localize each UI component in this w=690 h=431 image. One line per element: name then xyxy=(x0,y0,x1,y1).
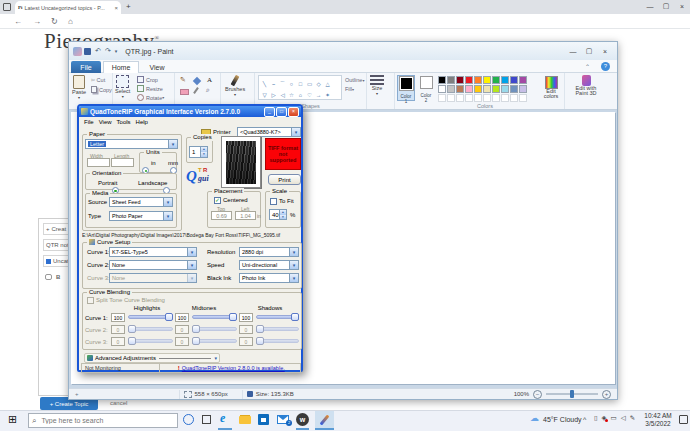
curve2-select[interactable]: None▾ xyxy=(109,260,197,270)
palette-swatch[interactable] xyxy=(438,76,446,84)
browser-tab[interactable]: Pi Latest Uncategorized topics - P... × xyxy=(15,1,121,14)
security-icon[interactable]: ◈ xyxy=(602,414,607,422)
speed-select[interactable]: Uni-directional▾ xyxy=(239,260,299,270)
shape-icon[interactable]: ♡ xyxy=(305,92,314,99)
zoom-in-button[interactable]: + xyxy=(602,390,611,399)
search-input[interactable] xyxy=(39,416,163,425)
qtr-menu-view[interactable]: View xyxy=(99,119,112,125)
picker-tool-icon[interactable] xyxy=(193,87,199,94)
qtr-app-taskbar-button[interactable] xyxy=(315,411,334,429)
copy-button[interactable]: Copy xyxy=(91,86,112,93)
palette-swatch[interactable] xyxy=(492,76,500,84)
shape-icon[interactable]: ◁ xyxy=(278,92,287,99)
source-select[interactable]: Sheet Feed▾ xyxy=(109,197,173,207)
qtr-menu-tools[interactable]: Tools xyxy=(117,119,131,125)
qtr-minimize-button[interactable]: _ xyxy=(264,107,275,117)
undo-icon[interactable]: ↶ xyxy=(95,47,101,55)
shape-icon[interactable]: ⌒ xyxy=(278,81,287,88)
top-field[interactable]: 0.69 xyxy=(211,211,232,220)
volume-icon[interactable]: ◁ xyxy=(621,414,626,422)
bold-button[interactable]: B xyxy=(56,274,60,280)
palette-swatch[interactable] xyxy=(474,94,482,102)
qtr-close-button[interactable]: × xyxy=(288,107,299,117)
length-field[interactable] xyxy=(111,158,134,167)
blend-slider[interactable] xyxy=(192,313,237,321)
paint-tab-view[interactable]: View xyxy=(141,61,173,73)
file-explorer-icon[interactable] xyxy=(239,416,251,424)
palette-swatch[interactable] xyxy=(456,94,464,102)
type-select[interactable]: Photo Paper▾ xyxy=(109,211,173,221)
zoom-slider-thumb[interactable] xyxy=(570,390,574,398)
palette-swatch[interactable] xyxy=(483,94,491,102)
eraser-tool-icon[interactable] xyxy=(180,89,189,95)
store-icon[interactable] xyxy=(258,414,269,425)
blend-slider[interactable] xyxy=(128,313,173,321)
shape-fill-button[interactable]: Fill▾ xyxy=(345,86,354,92)
blend-value[interactable]: 100 xyxy=(239,313,253,322)
color1-button[interactable]: Color1 xyxy=(397,75,415,101)
palette-swatch[interactable] xyxy=(510,94,518,102)
shape-icon[interactable]: ⌂ xyxy=(296,92,305,99)
shape-icon[interactable]: ☆ xyxy=(287,92,296,99)
shapes-gallery[interactable]: ╲~⌒○□▭◇△▽▷◁☆⌂♡→✶◐⊙ xyxy=(258,75,342,100)
weather-text[interactable]: 45°F Cloudy xyxy=(543,416,582,423)
print-button[interactable]: Print xyxy=(268,174,301,185)
brushes-button[interactable]: Brushes▾ xyxy=(225,75,245,97)
paint-minimize-button[interactable]: — xyxy=(565,45,581,57)
palette-swatch[interactable] xyxy=(447,94,455,102)
qat-dropdown-icon[interactable]: ▾ xyxy=(115,48,118,54)
update-link[interactable]: QuadToneRIP Version 2.8.0.0 is available… xyxy=(182,365,285,371)
zoom-out-button[interactable]: − xyxy=(533,390,542,399)
back-icon[interactable]: ← xyxy=(14,14,22,29)
palette-swatch[interactable] xyxy=(465,94,473,102)
palette-swatch[interactable] xyxy=(519,85,527,93)
quote-icon[interactable] xyxy=(45,274,52,280)
ribbon-collapse-icon[interactable]: ⌃ xyxy=(585,63,590,70)
text-tool-icon[interactable]: A xyxy=(207,76,212,84)
shape-icon[interactable]: ▽ xyxy=(260,92,269,99)
redo-icon[interactable]: ↷ xyxy=(105,47,111,55)
shape-icon[interactable]: ╲ xyxy=(260,81,269,88)
paint-titlebar[interactable]: ↶ ↷ ▾ QTR.jpg - Paint — ▢ × xyxy=(69,42,617,60)
browser-close-button[interactable]: × xyxy=(674,0,690,12)
shape-icon[interactable]: □ xyxy=(296,81,305,88)
browser-maximize-button[interactable]: ▢ xyxy=(658,0,674,12)
paint-tab-home[interactable]: Home xyxy=(103,61,139,73)
palette-swatch[interactable] xyxy=(474,76,482,84)
paint-close-button[interactable]: × xyxy=(597,45,613,57)
palette-swatch[interactable] xyxy=(438,94,446,102)
browser-minimize-button[interactable]: — xyxy=(642,0,658,12)
copies-spinner[interactable]: 1 ▴▾ xyxy=(189,146,208,158)
pencil-tool-icon[interactable]: ✎ xyxy=(180,76,186,84)
palette-swatch[interactable] xyxy=(492,85,500,93)
task-view-icon[interactable] xyxy=(202,415,211,424)
qtr-menu-file[interactable]: File xyxy=(84,119,94,125)
shape-icon[interactable]: ○ xyxy=(287,81,296,88)
shape-outline-button[interactable]: Outline▾ xyxy=(345,77,364,83)
blend-value[interactable]: 100 xyxy=(175,313,189,322)
size-button[interactable]: Size▾ xyxy=(370,75,384,96)
palette-swatch[interactable] xyxy=(465,85,473,93)
scale-spinner[interactable]: 40 ▴▾ xyxy=(269,209,287,220)
paste-button[interactable]: Paste▾ xyxy=(72,75,86,100)
forward-icon[interactable]: → xyxy=(33,14,41,29)
qtr-maximize-button[interactable]: □ xyxy=(276,107,287,117)
shape-icon[interactable]: ▷ xyxy=(269,92,278,99)
blend-slider[interactable] xyxy=(256,313,299,321)
palette-swatch[interactable] xyxy=(519,94,527,102)
resize-button[interactable]: Resize xyxy=(137,85,163,92)
edge-taskbar-icon[interactable]: e xyxy=(220,411,225,426)
hidden-icons-chevron[interactable]: ^ xyxy=(583,416,586,423)
palette-swatch[interactable] xyxy=(501,85,509,93)
palette-swatch[interactable] xyxy=(483,85,491,93)
taskbar-clock[interactable]: 10:42 AM 3/5/2022 xyxy=(638,412,678,428)
palette-swatch[interactable] xyxy=(447,85,455,93)
paint-tab-file[interactable]: File xyxy=(71,61,101,73)
select-button[interactable]: Select▾ xyxy=(115,75,130,99)
palette-swatch[interactable] xyxy=(474,85,482,93)
advanced-adjustments-expander[interactable]: Advanced Adjustments ▾ xyxy=(84,353,220,363)
blend-value[interactable]: 100 xyxy=(111,313,125,322)
paint-maximize-button[interactable]: ▢ xyxy=(581,45,597,57)
black-ink-select[interactable]: Photo Ink▾ xyxy=(239,273,299,283)
tab-close-icon[interactable]: × xyxy=(114,5,118,11)
